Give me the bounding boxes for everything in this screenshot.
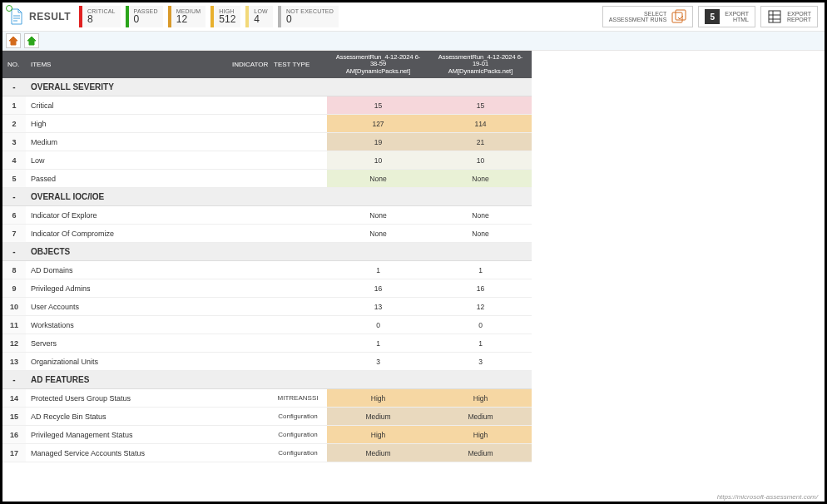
- app-window: RESULT CRITICAL 8 PASSED 0 MEDIUM 12 HIG…: [0, 0, 827, 504]
- row-test-type: MITREANSSI: [269, 389, 327, 408]
- row-item: Servers: [26, 334, 227, 353]
- export-report-line2: REPORT: [787, 17, 811, 22]
- row-test-type: [269, 115, 327, 133]
- row-indicator: [227, 261, 269, 279]
- row-indicator: [227, 279, 269, 298]
- select-runs-icon: [671, 9, 686, 24]
- row-value-run2: High: [429, 389, 532, 408]
- export-html-line1: EXPORT: [725, 11, 749, 17]
- row-item: Organizational Units: [26, 353, 227, 371]
- row-test-type: [269, 261, 327, 279]
- stat-low: LOW 4: [245, 6, 273, 27]
- row-no: -: [2, 243, 26, 261]
- row-value-run2: 16: [429, 279, 532, 298]
- select-assessment-runs-button[interactable]: SELECT ASSESSMENT RUNS: [602, 6, 694, 27]
- row-indicator: [227, 78, 269, 96]
- row-no: 6: [2, 206, 26, 225]
- table-row: 5PassedNoneNone: [2, 170, 532, 188]
- col-no[interactable]: NO.: [2, 51, 26, 78]
- row-no: 12: [2, 334, 26, 353]
- stat-medium-value: 12: [176, 14, 187, 25]
- row-value-run1: 15: [327, 96, 429, 115]
- row-item: AD FEATURES: [26, 371, 227, 389]
- row-no: 5: [2, 170, 26, 188]
- row-indicator: [227, 426, 269, 444]
- table-row: 8AD Domains11: [2, 261, 532, 279]
- stat-high: HIGH 512: [210, 6, 240, 27]
- row-value-run1: 1: [327, 334, 429, 353]
- row-indicator: [227, 188, 269, 206]
- row-indicator: [227, 96, 269, 115]
- row-value-run2: 1: [429, 334, 532, 353]
- row-test-type: [269, 188, 327, 206]
- results-scroll-region[interactable]: NO. ITEMS INDICATOR TEST TYPE Assessment…: [2, 51, 825, 502]
- row-value-run1: [327, 188, 429, 206]
- row-value-run2: [429, 78, 532, 96]
- row-indicator: [227, 151, 269, 170]
- row-item: OBJECTS: [26, 243, 227, 261]
- stat-not-executed: NOT EXECUTED 0: [278, 6, 339, 27]
- row-value-run1: High: [327, 426, 429, 444]
- table-row: 13Organizational Units33: [2, 353, 532, 371]
- section-row: -OVERALL IOC/IOE: [2, 188, 532, 206]
- row-value-run1: Medium: [327, 408, 429, 426]
- col-run-2[interactable]: AssessmentRun_4-12-2024 6-19-01 AM[Dynam…: [429, 51, 532, 78]
- row-indicator: [227, 444, 269, 462]
- spreadsheet-icon: [767, 9, 782, 24]
- home-orange-button[interactable]: [6, 33, 21, 48]
- export-html-line2: HTML: [733, 17, 749, 22]
- row-test-type: [269, 170, 327, 188]
- col-items[interactable]: ITEMS: [26, 51, 227, 78]
- row-value-run1: [327, 78, 429, 96]
- stat-critical: CRITICAL 8: [79, 6, 121, 27]
- row-indicator: [227, 225, 269, 243]
- col-test-type[interactable]: TEST TYPE: [269, 51, 327, 78]
- export-report-button[interactable]: EXPORT REPORT: [760, 6, 818, 27]
- row-indicator: [227, 115, 269, 133]
- row-no: -: [2, 371, 26, 389]
- export-html-button[interactable]: 5 EXPORT HTML: [698, 6, 755, 27]
- row-item: Medium: [26, 133, 227, 151]
- col-indicator[interactable]: INDICATOR: [227, 51, 269, 78]
- row-value-run1: Medium: [327, 444, 429, 462]
- row-item: AD Domains: [26, 261, 227, 279]
- stat-notexec-label: NOT EXECUTED: [286, 8, 334, 14]
- row-value-run1: 10: [327, 151, 429, 170]
- document-icon: [9, 8, 24, 25]
- row-test-type: Configuration: [269, 408, 327, 426]
- sub-toolbar: [2, 32, 825, 51]
- row-no: 8: [2, 261, 26, 279]
- stat-passed-value: 0: [134, 14, 140, 25]
- row-item: User Accounts: [26, 298, 227, 316]
- row-test-type: Configuration: [269, 444, 327, 462]
- result-title: RESULT: [29, 11, 71, 22]
- row-test-type: [269, 243, 327, 261]
- row-value-run1: 13: [327, 298, 429, 316]
- row-item: Privileged Management Status: [26, 426, 227, 444]
- row-test-type: [269, 279, 327, 298]
- home-green-button[interactable]: [24, 33, 39, 48]
- row-item: Protected Users Group Status: [26, 389, 227, 408]
- col-run-1[interactable]: AssessmentRun_4-12-2024 6-38-59 AM[Dynam…: [327, 51, 429, 78]
- row-no: 14: [2, 389, 26, 408]
- row-indicator: [227, 243, 269, 261]
- row-value-run2: 21: [429, 133, 532, 151]
- table-row: 12Servers11: [2, 334, 532, 353]
- row-indicator: [227, 206, 269, 225]
- row-value-run2: [429, 243, 532, 261]
- table-row: 2High127114: [2, 115, 532, 133]
- row-test-type: [269, 78, 327, 96]
- stat-passed: PASSED 0: [126, 6, 163, 27]
- row-test-type: [269, 298, 327, 316]
- row-value-run2: 0: [429, 316, 532, 334]
- row-item: OVERALL SEVERITY: [26, 78, 227, 96]
- row-value-run2: Medium: [429, 408, 532, 426]
- svg-rect-5: [769, 11, 780, 22]
- row-indicator: [227, 170, 269, 188]
- stat-low-value: 4: [254, 14, 260, 25]
- row-no: 4: [2, 151, 26, 170]
- row-item: Privileged Admins: [26, 279, 227, 298]
- row-indicator: [227, 389, 269, 408]
- row-test-type: [269, 151, 327, 170]
- row-item: Workstations: [26, 316, 227, 334]
